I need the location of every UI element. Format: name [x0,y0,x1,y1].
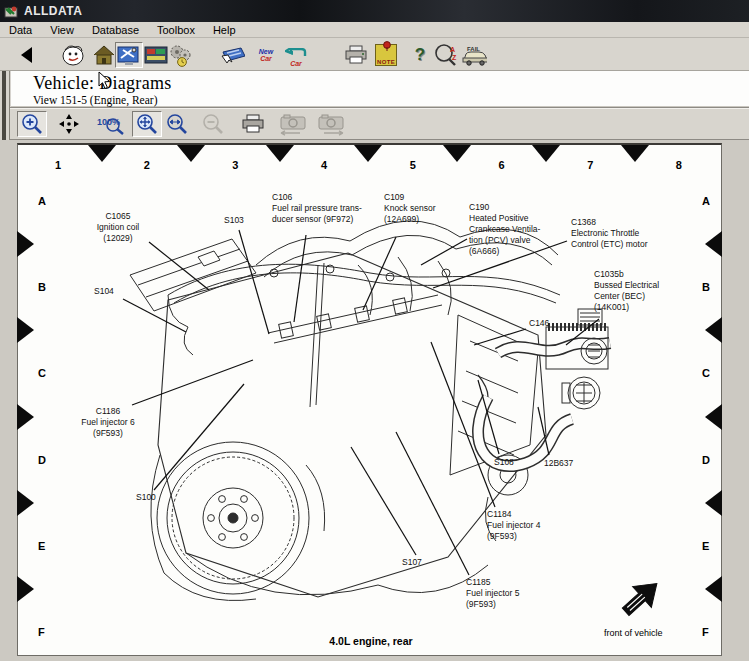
callout-leader-line [294,235,306,322]
new-car-icon: New Car [259,48,273,62]
grid-row-label-right: E [702,540,709,552]
diagram-caption: 4.0L engine, rear [296,635,446,647]
note-icon: NOTE [375,44,397,66]
alldata-window: ALLDATA Data View Database Toolbox Help [0,0,749,661]
grid-column-marker [177,145,205,162]
title-bar: ALLDATA [0,0,749,22]
menu-view[interactable]: View [41,24,83,36]
callout-leader-line [123,299,186,332]
grid-column-label: 4 [314,159,334,171]
grid-column-marker [88,145,116,162]
fail-car-button[interactable]: FAIL [460,42,488,68]
svg-text:FAIL: FAIL [467,46,480,52]
settings-gears-icon [168,43,194,67]
grid-row-marker-right [705,576,722,602]
print-diagram-button[interactable] [238,111,268,137]
grid-row-label-right: C [702,367,710,379]
zoom-fit-button[interactable] [132,111,162,137]
grid-row-label-left: D [38,454,46,466]
front-of-vehicle-label: front of vehicle [604,628,663,638]
note-button[interactable]: NOTE [372,42,400,68]
zoom-out-button[interactable] [198,111,228,137]
zoom-width-icon [166,113,188,135]
return-car-button[interactable]: Car [282,42,310,68]
osc-button[interactable] [142,42,170,68]
print-button[interactable] [342,42,370,68]
grid-row-label-left: C [38,367,46,379]
grid-row-label-left: F [38,626,45,638]
callout-leader-line [239,230,269,334]
grid-column-label: 7 [580,159,600,171]
grid-row-marker-left [17,490,34,516]
mascot-icon [61,43,87,67]
return-car-icon: Car [285,44,307,67]
grid-column-marker [621,145,649,162]
diagram-callout: S104 [94,286,134,297]
callout-leader-line [149,242,209,290]
diagrams-button[interactable] [115,42,143,68]
fail-car-icon: FAIL [461,44,487,66]
menu-help[interactable]: Help [204,24,245,36]
grid-column-marker [354,145,382,162]
back-button[interactable] [12,42,40,68]
prev-image-icon [278,112,308,136]
maintenance-button[interactable] [167,42,195,68]
mascot-button[interactable] [60,42,88,68]
diagram-callout: C146 [529,318,569,329]
zoom-fit-icon [136,113,158,135]
menu-database[interactable]: Database [83,24,148,36]
diagram-callout: C1184 Fuel injector 4 (9F593) [487,509,567,542]
home-button[interactable] [90,42,118,68]
back-icon [18,46,34,64]
callout-leader-line [396,432,469,575]
diagram-viewport[interactable]: 4.0L engine, rear front of vehicle 12345… [0,140,749,661]
grid-column-marker [266,145,294,162]
diagram-callout: S103 [224,215,264,226]
help-button[interactable]: ? [406,42,434,68]
grid-row-label-left: A [38,195,46,207]
grid-column-marker [532,145,560,162]
zoom-100-icon: 100% [96,113,126,135]
zoom-100-button[interactable]: 100% [94,111,128,137]
diagram-callout: C1186 Fuel injector 6 (9F593) [62,406,154,439]
menu-toolbox[interactable]: Toolbox [148,24,204,36]
grid-row-marker-left [17,576,34,602]
grid-row-marker-left [17,404,34,430]
front-of-vehicle-arrow-icon [614,573,674,625]
grid-row-label-right: D [702,454,710,466]
keyboard-button[interactable] [218,42,246,68]
grid-row-label-right: A [702,195,710,207]
diagram-page: 4.0L engine, rear front of vehicle 12345… [17,143,722,656]
zoom-width-button[interactable] [162,111,192,137]
next-image-button[interactable] [314,111,348,137]
pan-button[interactable] [54,111,84,137]
diagrams-icon [117,44,141,66]
grid-row-marker-right [705,231,722,257]
new-car-button[interactable]: New Car [252,42,280,68]
pan-icon [58,113,80,135]
grid-row-label-right: F [702,626,709,638]
grid-column-marker [443,145,471,162]
callout-leader-line [431,342,495,507]
diagram-callout: C1368 Electronic Throttle Control (ETC) … [571,217,679,250]
diagram-callout: S107 [402,557,442,568]
diagram-callout: 12B637 [544,458,596,469]
menu-data[interactable]: Data [0,24,41,36]
search-az-icon: A Z [433,43,459,67]
home-icon [92,44,116,66]
page-title: Vehicle: Diagrams [33,73,749,94]
grid-column-label: 5 [403,159,423,171]
grid-column-label: 6 [492,159,512,171]
help-icon: ? [415,45,425,65]
zoom-in-icon [21,113,43,135]
zoom-in-button[interactable] [17,111,47,137]
zoom-out-icon [202,113,224,135]
diagram-callout: S100 [136,492,176,503]
search-button[interactable]: A Z [432,42,460,68]
grid-row-label-left: B [38,281,46,293]
grid-column-label: 3 [225,159,245,171]
diagram-callout: C106 Fuel rail pressure trans- ducer sen… [272,192,384,225]
prev-image-button[interactable] [276,111,310,137]
callout-leader-line [154,384,244,490]
grid-column-label: 1 [48,159,68,171]
